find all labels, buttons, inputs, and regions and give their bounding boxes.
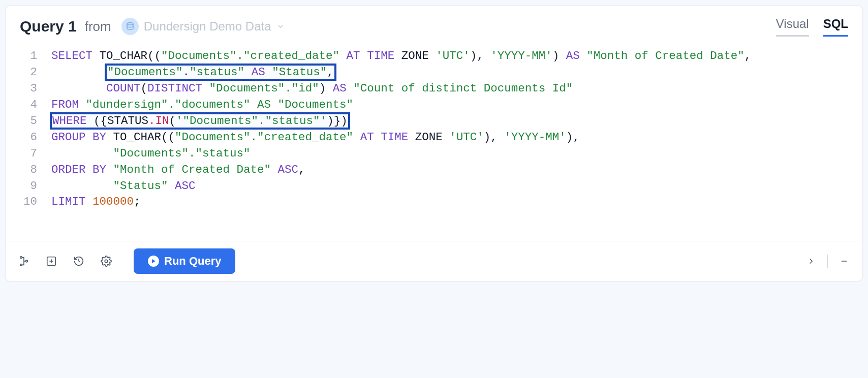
code-line: 8 ORDER BY "Month of Created Date" ASC, [6,162,862,178]
svg-point-9 [105,260,108,263]
play-icon [148,256,159,267]
code-line: 6 GROUP BY TO_CHAR(("Documents"."created… [6,130,862,146]
line-number: 8 [20,162,40,178]
add-panel-icon[interactable] [44,254,58,268]
code-content[interactable]: "Documents"."status" AS "Status", [40,65,335,81]
code-line: 7 "Documents"."status" [6,146,862,162]
code-content[interactable]: COUNT(DISTINCT "Documents"."id") AS "Cou… [40,81,573,97]
line-number: 4 [20,97,40,113]
code-line: 5 WHERE ({STATUS.IN('"Documents"."status… [6,113,862,130]
code-line: 2 "Documents"."status" AS "Status", [6,65,862,81]
panel-footer: Run Query [6,241,862,281]
gear-icon[interactable] [99,254,113,268]
code-line: 3 COUNT(DISTINCT "Documents"."id") AS "C… [6,81,862,97]
svg-point-1 [20,257,22,259]
line-number: 3 [20,81,40,97]
code-content[interactable]: FROM "dundersign"."documents" AS "Docume… [40,97,353,113]
line-number: 2 [20,65,40,81]
line-number: 10 [20,194,40,210]
chevron-right-icon[interactable] [804,254,818,268]
code-content[interactable]: ORDER BY "Month of Created Date" ASC, [40,162,305,178]
code-content[interactable]: SELECT TO_CHAR(("Documents"."created_dat… [40,48,751,65]
datasource-name: Dundersign Demo Data [144,19,271,34]
line-number: 1 [20,48,40,65]
run-query-button[interactable]: Run Query [134,248,235,274]
sql-editor[interactable]: 1 SELECT TO_CHAR(("Documents"."created_d… [6,44,862,241]
chevron-down-icon [276,19,285,34]
line-number: 5 [20,113,40,130]
minimize-icon[interactable] [837,254,851,268]
editor-mode-tabs: Visual SQL [776,17,848,37]
svg-point-0 [127,23,133,25]
from-label: from [85,19,111,35]
code-line: 1 SELECT TO_CHAR(("Documents"."created_d… [6,48,862,65]
run-query-label: Run Query [164,255,221,268]
tab-sql[interactable]: SQL [823,17,848,37]
query-title: Query 1 [20,18,77,35]
highlight-box-where: WHERE ({STATUS.IN('"Documents"."status"'… [51,114,349,128]
code-content[interactable]: "Status" ASC [40,178,196,195]
datasource-selector[interactable]: Dundersign Demo Data [117,15,292,38]
line-number: 9 [20,178,40,195]
tab-visual[interactable]: Visual [776,17,809,37]
footer-right [804,254,851,268]
svg-point-2 [20,264,22,266]
code-line: 10 LIMIT 100000; [6,194,862,210]
divider [827,255,828,268]
history-icon[interactable] [72,254,86,268]
schema-icon[interactable] [17,254,31,268]
panel-header: Query 1 from Dundersign Demo Data Visual… [6,6,862,44]
code-content[interactable]: GROUP BY TO_CHAR(("Documents"."created_d… [40,130,580,146]
svg-point-3 [26,261,28,263]
database-icon [121,18,139,35]
svg-line-8 [79,261,80,262]
line-number: 7 [20,146,40,162]
query-panel: Query 1 from Dundersign Demo Data Visual… [5,5,863,281]
code-content[interactable]: "Documents"."status" [40,146,251,162]
line-number: 6 [20,130,40,146]
svg-marker-10 [152,259,156,263]
code-content[interactable]: WHERE ({STATUS.IN('"Documents"."status"'… [40,113,349,130]
highlight-box-status-select: "Documents"."status" AS "Status", [106,65,335,79]
code-line: 4 FROM "dundersign"."documents" AS "Docu… [6,97,862,113]
code-content[interactable]: LIMIT 100000; [40,194,141,210]
code-line: 9 "Status" ASC [6,178,862,195]
